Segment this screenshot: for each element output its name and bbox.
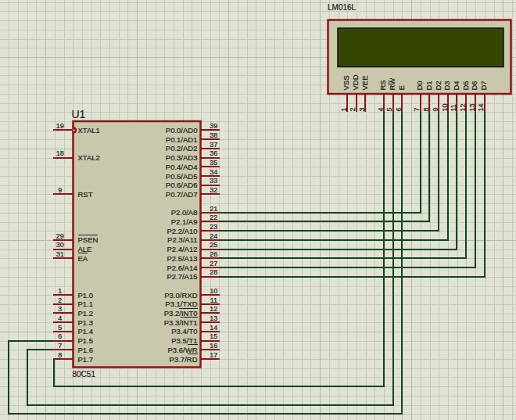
- svg-text:39: 39: [210, 122, 217, 130]
- svg-text:24: 24: [210, 232, 217, 240]
- svg-text:P0.5/AD5: P0.5/AD5: [166, 172, 198, 181]
- svg-text:3: 3: [58, 305, 62, 313]
- svg-text:37: 37: [210, 141, 217, 149]
- svg-text:3: 3: [358, 107, 366, 111]
- svg-text:LM016L: LM016L: [328, 3, 357, 12]
- svg-text:P3.7/RD: P3.7/RD: [170, 355, 198, 364]
- svg-text:VEE: VEE: [360, 75, 369, 90]
- svg-text:P2.7/A15: P2.7/A15: [167, 272, 197, 281]
- svg-text:9: 9: [432, 107, 439, 111]
- svg-text:P3.5/T1: P3.5/T1: [171, 336, 197, 345]
- svg-text:P1.1: P1.1: [78, 300, 94, 308]
- svg-text:P3.4/T0: P3.4/T0: [171, 327, 197, 336]
- svg-text:15: 15: [210, 332, 217, 340]
- svg-text:E: E: [397, 85, 406, 90]
- svg-text:D7: D7: [479, 81, 488, 90]
- svg-text:11: 11: [450, 104, 457, 111]
- svg-text:26: 26: [210, 250, 217, 258]
- svg-text:6: 6: [395, 107, 403, 111]
- svg-text:XTAL2: XTAL2: [78, 153, 100, 162]
- svg-text:13: 13: [210, 314, 217, 322]
- svg-text:P2.6/A14: P2.6/A14: [167, 264, 197, 272]
- svg-text:P3.2/INT0: P3.2/INT0: [164, 309, 198, 318]
- svg-text:XTAL1: XTAL1: [78, 126, 100, 135]
- svg-text:38: 38: [210, 131, 217, 139]
- svg-text:7: 7: [413, 107, 421, 111]
- svg-text:P3.3/INT1: P3.3/INT1: [164, 318, 198, 327]
- svg-text:U1: U1: [72, 108, 86, 120]
- svg-text:P1.6: P1.6: [78, 346, 94, 354]
- svg-text:10: 10: [210, 287, 217, 295]
- svg-text:22: 22: [210, 214, 217, 221]
- svg-text:29: 29: [56, 232, 64, 240]
- svg-text:P0.7/AD7: P0.7/AD7: [166, 190, 198, 199]
- svg-text:P0.2/AD2: P0.2/AD2: [166, 144, 198, 153]
- svg-text:27: 27: [210, 260, 217, 267]
- svg-text:P1.0: P1.0: [78, 291, 94, 300]
- svg-text:P1.7: P1.7: [78, 355, 94, 364]
- svg-text:33: 33: [210, 177, 217, 185]
- svg-text:28: 28: [210, 268, 217, 276]
- svg-text:VSS: VSS: [342, 75, 350, 90]
- svg-text:D5: D5: [461, 81, 470, 90]
- svg-text:17: 17: [210, 351, 217, 359]
- svg-text:10: 10: [441, 103, 449, 111]
- svg-text:21: 21: [210, 205, 217, 213]
- svg-text:4: 4: [377, 107, 385, 111]
- svg-text:VDD: VDD: [351, 74, 360, 90]
- svg-text:12: 12: [210, 305, 217, 313]
- svg-text:D1: D1: [425, 81, 433, 90]
- svg-text:5: 5: [385, 107, 393, 111]
- svg-text:32: 32: [210, 186, 217, 194]
- svg-text:RST: RST: [78, 190, 93, 199]
- svg-text:7: 7: [58, 342, 62, 350]
- svg-text:9: 9: [58, 186, 62, 194]
- svg-text:30: 30: [56, 241, 64, 249]
- svg-text:P0.3/AD3: P0.3/AD3: [166, 153, 198, 162]
- svg-text:D0: D0: [415, 81, 424, 90]
- svg-text:P2.0/A8: P2.0/A8: [171, 208, 198, 217]
- svg-text:P3.1/TXD: P3.1/TXD: [165, 300, 197, 308]
- svg-text:16: 16: [210, 342, 217, 350]
- svg-text:13: 13: [468, 103, 476, 111]
- svg-text:P0.0/AD0: P0.0/AD0: [166, 126, 198, 135]
- svg-text:D2: D2: [434, 81, 443, 90]
- svg-text:2: 2: [349, 107, 357, 111]
- svg-text:14: 14: [477, 103, 485, 111]
- svg-text:P0.1/AD1: P0.1/AD1: [166, 135, 198, 144]
- svg-text:P1.4: P1.4: [78, 327, 94, 336]
- svg-text:11: 11: [210, 296, 217, 304]
- svg-text:36: 36: [210, 149, 217, 157]
- svg-text:35: 35: [210, 159, 217, 167]
- svg-text:ALE: ALE: [78, 245, 92, 253]
- svg-text:P1.5: P1.5: [78, 336, 94, 345]
- svg-text:P2.3/A11: P2.3/A11: [167, 235, 197, 244]
- svg-text:6: 6: [58, 332, 62, 340]
- svg-text:D3: D3: [443, 81, 451, 90]
- svg-text:23: 23: [210, 223, 217, 231]
- svg-text:34: 34: [210, 168, 217, 176]
- svg-text:1: 1: [340, 107, 348, 111]
- svg-text:5: 5: [58, 324, 62, 332]
- svg-text:P3.0/RXD: P3.0/RXD: [164, 291, 197, 300]
- svg-text:2: 2: [58, 296, 62, 304]
- svg-text:D6: D6: [470, 81, 478, 90]
- svg-text:8: 8: [58, 351, 62, 359]
- svg-text:1: 1: [58, 287, 62, 295]
- svg-text:P2.4/A12: P2.4/A12: [167, 245, 197, 253]
- svg-text:12: 12: [459, 103, 467, 111]
- svg-text:18: 18: [56, 149, 64, 157]
- svg-text:P2.5/A13: P2.5/A13: [167, 254, 197, 263]
- svg-text:P1.2: P1.2: [78, 309, 94, 318]
- svg-text:8: 8: [422, 107, 430, 111]
- svg-text:P2.1/A9: P2.1/A9: [171, 217, 198, 226]
- svg-text:25: 25: [210, 241, 217, 249]
- svg-text:P2.2/A10: P2.2/A10: [167, 227, 197, 235]
- svg-text:19: 19: [56, 122, 64, 130]
- svg-text:RS: RS: [378, 80, 387, 90]
- svg-text:80C51: 80C51: [73, 370, 96, 379]
- svg-text:P0.4/AD4: P0.4/AD4: [166, 163, 198, 171]
- svg-text:4: 4: [58, 314, 62, 322]
- svg-text:14: 14: [210, 324, 217, 332]
- svg-text:EA: EA: [78, 254, 88, 263]
